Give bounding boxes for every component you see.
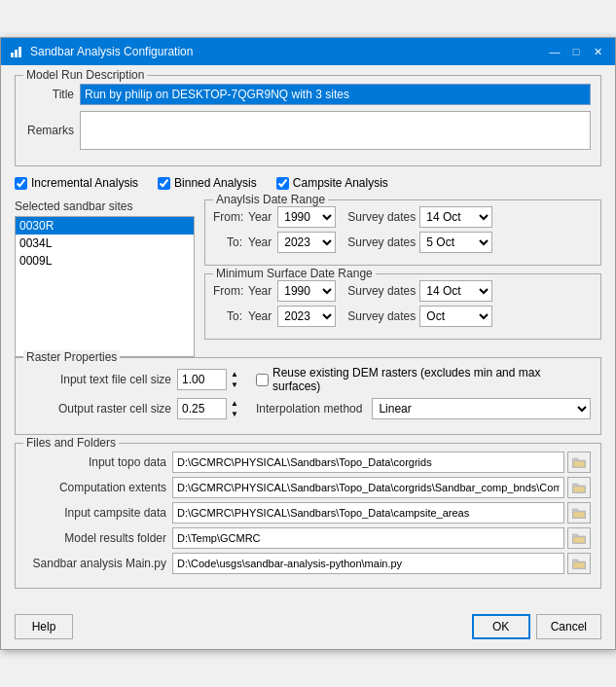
binned-checkbox[interactable] bbox=[158, 177, 170, 190]
year-label-3: Year bbox=[248, 284, 272, 298]
input-spin-up[interactable]: ▲ bbox=[227, 369, 242, 380]
model-run-title: Model Run Description bbox=[23, 68, 147, 82]
raster-input-row: Input text file cell size ▲ ▼ Reuse exis… bbox=[25, 366, 591, 393]
bottom-right-buttons: OK Cancel bbox=[472, 614, 601, 639]
reuse-label: Reuse existing DEM rasters (excludes min… bbox=[272, 366, 591, 393]
binned-label: Binned Analysis bbox=[174, 176, 257, 190]
close-button[interactable]: ✕ bbox=[588, 44, 607, 59]
min-surface-from-row: From: Year 1990200020102023 Survey dates… bbox=[213, 280, 593, 302]
files-title: Files and Folders bbox=[23, 436, 119, 450]
analysis-from-row: From: Year 1990200020102023 Survey dates… bbox=[213, 206, 593, 228]
output-spin-down[interactable]: ▼ bbox=[227, 409, 242, 419]
min-to-year[interactable]: 1990200020102023 bbox=[277, 306, 336, 327]
browse-button-1[interactable] bbox=[567, 477, 591, 498]
analysis-from-label: From: bbox=[213, 210, 242, 224]
svg-rect-11 bbox=[573, 512, 585, 518]
incremental-checkbox[interactable] bbox=[15, 177, 27, 190]
list-item[interactable]: 0034L bbox=[16, 235, 194, 252]
campsite-checkbox[interactable] bbox=[276, 177, 289, 190]
output-cell-value[interactable] bbox=[182, 402, 226, 416]
input-cell-label: Input text file cell size bbox=[25, 373, 171, 386]
title-input[interactable] bbox=[80, 84, 591, 105]
file-rows: Input topo data Computation extents bbox=[25, 452, 591, 574]
file-row: Sandbar analysis Main.py bbox=[25, 553, 591, 574]
raster-group: Raster Properties Input text file cell s… bbox=[15, 357, 601, 435]
svg-rect-14 bbox=[573, 537, 585, 543]
browse-button-2[interactable] bbox=[567, 502, 591, 524]
input-cell-spinbox[interactable]: ▲ ▼ bbox=[177, 369, 240, 390]
remarks-label: Remarks bbox=[25, 124, 74, 137]
app-icon bbox=[9, 44, 24, 59]
window-controls: — □ ✕ bbox=[545, 44, 607, 59]
browse-button-4[interactable] bbox=[567, 553, 591, 574]
cancel-button[interactable]: Cancel bbox=[536, 614, 601, 639]
analysis-from-year[interactable]: 1990200020102023 bbox=[277, 206, 336, 228]
remarks-input[interactable] bbox=[80, 111, 591, 150]
sites-section: Selected sandbar sites 0030R 0034L 0009L bbox=[15, 199, 195, 357]
title-row: Title bbox=[25, 84, 591, 105]
file-input-4[interactable] bbox=[172, 553, 564, 574]
min-surface-group: Minimum Surface Date Range From: Year 19… bbox=[204, 273, 601, 340]
titlebar-left: Sandbar Analysis Configuration bbox=[9, 44, 193, 59]
file-input-3[interactable] bbox=[172, 527, 564, 549]
survey-label-1: Survey dates bbox=[347, 210, 416, 224]
incremental-checkbox-item[interactable]: Incremental Analysis bbox=[15, 176, 138, 190]
analysis-to-survey[interactable]: 14 Oct5 Oct1 Oct bbox=[419, 232, 492, 253]
file-row: Input campsite data bbox=[25, 502, 591, 524]
survey-label-3: Survey dates bbox=[347, 284, 416, 298]
svg-rect-2 bbox=[18, 47, 21, 57]
list-item[interactable]: 0030R bbox=[16, 217, 194, 235]
titlebar: Sandbar Analysis Configuration — □ ✕ bbox=[1, 38, 615, 65]
input-cell-value[interactable] bbox=[182, 373, 226, 386]
output-cell-spinbox[interactable]: ▲ ▼ bbox=[177, 398, 240, 419]
file-label-2: Input campsite data bbox=[25, 506, 166, 520]
min-from-year[interactable]: 1990200020102023 bbox=[277, 280, 336, 302]
file-label-0: Input topo data bbox=[25, 455, 166, 469]
analysis-checkboxes: Incremental Analysis Binned Analysis Cam… bbox=[15, 174, 601, 192]
sites-listbox[interactable]: 0030R 0034L 0009L bbox=[15, 216, 195, 357]
date-ranges: Anaylsis Date Range From: Year 199020002… bbox=[204, 199, 601, 357]
analysis-date-title: Anaylsis Date Range bbox=[213, 193, 328, 206]
files-group: Files and Folders Input topo data Comput… bbox=[15, 443, 601, 589]
browse-button-0[interactable] bbox=[567, 452, 591, 473]
analysis-to-row: To: Year 1990200020102023 Survey dates 1… bbox=[213, 232, 593, 253]
help-button[interactable]: Help bbox=[15, 614, 73, 639]
survey-label-4: Survey dates bbox=[347, 309, 416, 323]
file-input-0[interactable] bbox=[172, 452, 564, 473]
maximize-button[interactable]: □ bbox=[566, 44, 586, 59]
interp-select[interactable]: LinearNearestCubic bbox=[372, 398, 591, 419]
bottom-bar: Help OK Cancel bbox=[1, 606, 615, 649]
svg-rect-0 bbox=[11, 53, 14, 57]
file-row: Computation extents bbox=[25, 477, 591, 498]
year-label-2: Year bbox=[248, 235, 272, 249]
output-cell-label: Output raster cell size bbox=[25, 402, 171, 416]
file-label-1: Computation extents bbox=[25, 481, 166, 494]
list-item[interactable]: 0009L bbox=[16, 252, 194, 270]
analysis-from-survey[interactable]: 14 Oct5 Oct1 Oct bbox=[419, 206, 492, 228]
file-input-2[interactable] bbox=[172, 502, 564, 524]
binned-checkbox-item[interactable]: Binned Analysis bbox=[158, 176, 257, 190]
min-to-label: To: bbox=[213, 309, 242, 323]
main-window: Sandbar Analysis Configuration — □ ✕ Mod… bbox=[0, 37, 616, 650]
output-spin-up[interactable]: ▲ bbox=[227, 398, 242, 409]
min-from-survey[interactable]: 14 Oct5 Oct1 Oct bbox=[419, 280, 492, 302]
minimize-button[interactable]: — bbox=[545, 44, 564, 59]
year-label-4: Year bbox=[248, 309, 272, 323]
file-input-1[interactable] bbox=[172, 477, 564, 498]
min-surface-to-row: To: Year 1990200020102023 Survey dates 1… bbox=[213, 306, 593, 327]
sites-and-dates: Selected sandbar sites 0030R 0034L 0009L… bbox=[15, 199, 601, 357]
file-row: Model results folder bbox=[25, 527, 591, 549]
title-label: Title bbox=[25, 88, 74, 101]
reuse-checkbox[interactable] bbox=[256, 374, 269, 386]
reuse-checkbox-item[interactable]: Reuse existing DEM rasters (excludes min… bbox=[256, 366, 591, 393]
min-to-survey[interactable]: 14 Oct5 OctOct bbox=[419, 306, 492, 327]
input-spin-down[interactable]: ▼ bbox=[227, 380, 242, 390]
browse-button-3[interactable] bbox=[567, 527, 591, 549]
campsite-checkbox-item[interactable]: Campsite Analysis bbox=[276, 176, 388, 190]
analysis-to-year[interactable]: 1990200020102023 bbox=[277, 232, 336, 253]
ok-button[interactable]: OK bbox=[472, 614, 530, 639]
input-spin-buttons: ▲ ▼ bbox=[226, 369, 242, 390]
survey-label-2: Survey dates bbox=[347, 235, 416, 249]
interp-label: Interpolation method bbox=[256, 402, 362, 416]
campsite-label: Campsite Analysis bbox=[293, 176, 388, 190]
